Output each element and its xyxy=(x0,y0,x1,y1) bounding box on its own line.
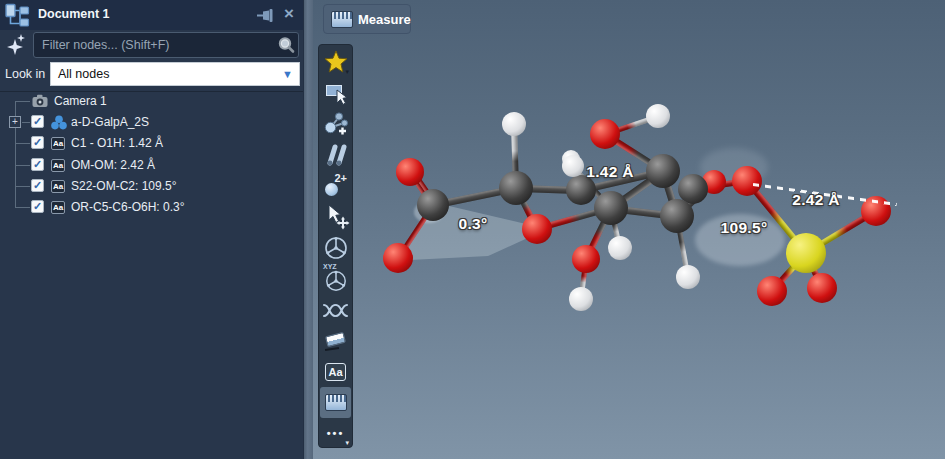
label-icon: Aa xyxy=(51,159,65,172)
atom-C[interactable] xyxy=(646,154,680,188)
document-tree-icon xyxy=(4,3,32,28)
xyz-label: XYZ xyxy=(323,263,337,270)
panel-scrollbar[interactable] xyxy=(303,0,313,459)
move-cursor-icon xyxy=(322,203,350,231)
caret-down-icon: ▾ xyxy=(345,439,349,447)
charge-tool-button[interactable]: 2+ xyxy=(320,170,351,201)
tree-item-measure-s22-om-c2[interactable]: ✓AaS22-OM-C2: 109.5° xyxy=(0,176,300,196)
atom-C[interactable] xyxy=(417,189,449,221)
look-in-select[interactable]: All nodes ▼ xyxy=(50,62,300,86)
ruler-icon xyxy=(331,11,353,28)
twist-tool-button[interactable] xyxy=(320,294,351,325)
tree-item-label: OM-OM: 2.42 Å xyxy=(71,158,155,172)
label-icon: Aa xyxy=(51,180,65,193)
checkbox[interactable]: ✓ xyxy=(31,158,44,171)
edit-bonds-tool-button[interactable] xyxy=(320,139,351,170)
select-tool-button[interactable] xyxy=(320,77,351,108)
erase-tool-button[interactable] xyxy=(320,325,351,356)
atom-O[interactable] xyxy=(572,245,600,273)
sparkle-icon xyxy=(5,33,29,57)
tree-item-label: Camera 1 xyxy=(54,94,107,108)
rotate-tool-button[interactable] xyxy=(320,232,351,263)
panel-title: Document 1 xyxy=(38,7,110,21)
tool-palette: ▾ 2+ xyxy=(318,44,353,448)
filter-nodes-input[interactable] xyxy=(33,32,299,58)
panel-header: Document 1 × xyxy=(0,0,303,30)
add-atoms-icon xyxy=(323,111,349,136)
move-tool-button[interactable] xyxy=(320,201,351,232)
tree-item-label: a-D-GalpA_2S xyxy=(71,115,149,129)
presets-button[interactable]: ▾ xyxy=(320,46,351,77)
tree-item-label: S22-OM-C2: 109.5° xyxy=(71,179,177,193)
atom-O[interactable] xyxy=(383,243,413,273)
atom-H[interactable] xyxy=(646,104,670,128)
measure-tool-button[interactable] xyxy=(320,387,351,418)
camera-icon xyxy=(32,94,47,108)
checkbox[interactable]: ✓ xyxy=(31,179,44,192)
translate-xyz-tool-button[interactable]: XYZ xyxy=(320,263,351,294)
atom-C[interactable] xyxy=(499,171,533,205)
atom-H[interactable] xyxy=(608,236,632,260)
checkbox[interactable]: ✓ xyxy=(31,136,44,149)
molecule-icon xyxy=(51,115,66,129)
atom-O[interactable] xyxy=(807,273,837,303)
aa-label-icon: Aa xyxy=(325,363,346,381)
cursor-icon xyxy=(320,77,351,108)
atom-O[interactable] xyxy=(590,119,620,149)
viewport-3d[interactable] xyxy=(313,0,945,459)
ellipsis-icon: ••• xyxy=(327,428,345,438)
atom-S[interactable] xyxy=(786,233,826,273)
tree-item-label: OR-C5-C6-O6H: 0.3° xyxy=(71,200,185,214)
tree-item-camera-1[interactable]: Camera 1 xyxy=(0,91,300,111)
chevron-down-icon: ▼ xyxy=(282,63,293,85)
atom-O[interactable] xyxy=(757,276,787,306)
twist-icon xyxy=(322,298,349,322)
tree-item-measure-or-c5-c6-o6h[interactable]: ✓AaOR-C5-C6-O6H: 0.3° xyxy=(0,197,300,217)
document-panel: Document 1 × Look in xyxy=(0,0,303,459)
eraser-icon xyxy=(325,332,346,347)
trackball-icon xyxy=(323,235,349,261)
look-in-label: Look in xyxy=(5,67,45,81)
atom-H[interactable] xyxy=(502,112,526,136)
charge-ball-icon xyxy=(325,183,338,196)
bonds-icon xyxy=(322,142,350,168)
app: Document 1 × Look in xyxy=(0,0,945,459)
charge-2plus-label: 2+ xyxy=(334,172,347,184)
atom-C[interactable] xyxy=(660,199,694,233)
atom-O[interactable] xyxy=(732,166,762,196)
checkbox[interactable]: ✓ xyxy=(31,115,44,128)
xyz-trackball-icon xyxy=(324,269,348,293)
measure-button-label: Measure xyxy=(358,12,411,27)
tree-item-measure-om-om[interactable]: ✓AaOM-OM: 2.42 Å xyxy=(0,155,300,175)
look-in-value: All nodes xyxy=(58,67,109,81)
atom-O[interactable] xyxy=(396,158,424,186)
checkbox[interactable]: ✓ xyxy=(31,200,44,213)
atom-H[interactable] xyxy=(569,287,593,311)
atom-C[interactable] xyxy=(594,191,628,225)
tree-item-a-d-galpa-2s[interactable]: ✓ a-D-GalpA_2S xyxy=(0,112,300,132)
measure-button[interactable]: Measure xyxy=(323,4,411,34)
atom-C[interactable] xyxy=(566,175,596,205)
label-icon: Aa xyxy=(51,137,65,150)
caret-down-icon: ▾ xyxy=(345,68,349,76)
text-labels-tool-button[interactable]: Aa xyxy=(320,356,351,387)
tree-item-label: C1 - O1H: 1.42 Å xyxy=(71,136,163,150)
more-tools-button[interactable]: ••• ▾ xyxy=(320,417,351,448)
atom-O[interactable] xyxy=(861,196,891,226)
atom-H[interactable] xyxy=(562,155,584,177)
ruler-icon xyxy=(325,394,347,411)
add-atoms-tool-button[interactable] xyxy=(320,108,351,139)
atom-O[interactable] xyxy=(522,214,552,244)
close-icon[interactable]: × xyxy=(279,3,299,25)
atom-H[interactable] xyxy=(676,265,700,289)
star-icon xyxy=(324,50,348,73)
pin-icon[interactable] xyxy=(256,7,276,24)
eraser-underline xyxy=(325,347,339,351)
tree-item-measure-c1-o1h[interactable]: ✓AaC1 - O1H: 1.42 Å xyxy=(0,133,300,153)
label-icon: Aa xyxy=(51,201,65,214)
